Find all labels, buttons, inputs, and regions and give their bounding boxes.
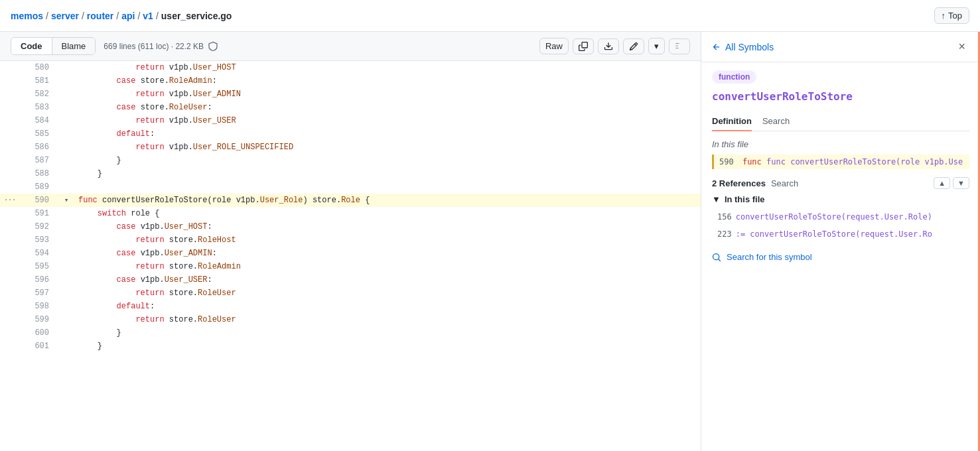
line-expander xyxy=(60,340,73,353)
line-expander xyxy=(60,101,73,114)
breadcrumb-router[interactable]: router xyxy=(87,11,113,21)
main-content: Code Blame 669 lines (611 loc) · 22.2 KB… xyxy=(0,32,980,451)
line-number: 587 xyxy=(20,154,60,167)
toolbar-right: Raw ▾ xyxy=(539,38,690,54)
next-ref-button[interactable]: ▼ xyxy=(953,177,969,189)
line-options xyxy=(0,233,20,247)
more-options-button[interactable]: ▾ xyxy=(648,38,665,54)
breadcrumb-api[interactable]: api xyxy=(121,11,135,21)
copy-button[interactable] xyxy=(573,38,594,54)
back-to-symbols-link[interactable]: All Symbols xyxy=(712,42,774,52)
header: memos / server / router / api / v1 / use… xyxy=(0,0,980,32)
breadcrumb-memos[interactable]: memos xyxy=(11,11,43,21)
line-options[interactable]: ··· xyxy=(0,194,20,207)
line-options xyxy=(0,207,20,220)
code-toolbar: Code Blame 669 lines (611 loc) · 22.2 KB… xyxy=(0,32,701,61)
sep5: / xyxy=(156,11,159,21)
line-expander xyxy=(60,141,73,154)
tab-blame[interactable]: Blame xyxy=(52,38,96,54)
line-options xyxy=(0,300,20,313)
line-number: 580 xyxy=(20,61,60,74)
breadcrumb-filename: user_service.go xyxy=(161,11,232,21)
line-expander xyxy=(60,114,73,127)
tab-search[interactable]: Search xyxy=(762,112,790,131)
edit-button[interactable] xyxy=(623,38,644,54)
close-button[interactable]: × xyxy=(954,38,969,55)
top-label: Top xyxy=(948,11,962,21)
line-expander xyxy=(60,180,73,194)
line-code: } xyxy=(73,326,701,340)
line-number: 593 xyxy=(20,233,60,247)
line-expander: ▾ xyxy=(60,194,73,207)
line-options xyxy=(0,340,20,353)
line-code: } xyxy=(73,340,701,353)
prev-ref-button[interactable]: ▲ xyxy=(934,177,950,189)
search-symbol-link[interactable]: Search for this symbol xyxy=(712,247,969,267)
line-number: 594 xyxy=(20,247,60,260)
references-search-label[interactable]: Search xyxy=(771,178,798,188)
line-code: case v1pb.User_ADMIN: xyxy=(73,247,701,260)
raw-button[interactable]: Raw xyxy=(539,38,569,54)
ref-item[interactable]: 156convertUserRoleToStore(request.User.R… xyxy=(712,210,969,224)
tab-definition[interactable]: Definition xyxy=(712,112,752,131)
line-number: 598 xyxy=(20,300,60,313)
line-expander xyxy=(60,233,73,247)
symbols-icon xyxy=(675,42,684,51)
line-options xyxy=(0,180,20,194)
line-code: switch role { xyxy=(73,207,701,220)
sep2: / xyxy=(82,11,84,21)
code-panel: Code Blame 669 lines (611 loc) · 22.2 KB… xyxy=(0,32,701,451)
panel-header: All Symbols × xyxy=(701,32,980,62)
symbol-type-badge: function xyxy=(712,70,756,84)
line-number: 597 xyxy=(20,287,60,300)
line-code: case v1pb.User_HOST: xyxy=(73,220,701,233)
line-number: 585 xyxy=(20,127,60,141)
breadcrumb: memos / server / router / api / v1 / use… xyxy=(11,11,232,21)
line-options xyxy=(0,127,20,141)
file-lines: 669 lines (611 loc) · 22.2 KB xyxy=(104,42,204,51)
definition-item[interactable]: 590 func func convertUserRoleToStore(rol… xyxy=(712,155,969,169)
search-symbol-label: Search for this symbol xyxy=(727,252,812,262)
line-code: return v1pb.User_USER xyxy=(73,114,701,127)
line-options xyxy=(0,101,20,114)
line-expander xyxy=(60,273,73,287)
arrow-up-icon: ↑ xyxy=(942,11,946,21)
ref-item[interactable]: 223:= convertUserRoleToStore(request.Use… xyxy=(712,227,969,241)
line-number: 596 xyxy=(20,273,60,287)
ref-section-toggle[interactable]: ▼ In this file xyxy=(712,194,969,204)
line-expander xyxy=(60,167,73,180)
line-number: 584 xyxy=(20,114,60,127)
line-options xyxy=(0,154,20,167)
line-number: 601 xyxy=(20,340,60,353)
line-code: } xyxy=(73,167,701,180)
pencil-icon xyxy=(629,42,638,51)
panel-body: function convertUserRoleToStore Definiti… xyxy=(701,62,980,451)
line-expander xyxy=(60,313,73,326)
line-code: func convertUserRoleToStore(role v1pb.Us… xyxy=(73,194,701,207)
top-button[interactable]: ↑ Top xyxy=(934,7,969,24)
copy-icon xyxy=(579,42,588,51)
breadcrumb-server[interactable]: server xyxy=(51,11,79,21)
line-number: 590 xyxy=(20,194,60,207)
line-code: return store.RoleUser xyxy=(73,313,701,326)
symbols-button[interactable] xyxy=(669,38,690,54)
line-expander xyxy=(60,300,73,313)
download-button[interactable] xyxy=(598,38,619,54)
line-expander xyxy=(60,74,73,88)
in-this-file-header: In this file xyxy=(712,139,969,149)
right-panel: All Symbols × function convertUserRoleTo… xyxy=(701,32,980,451)
line-expander xyxy=(60,260,73,273)
line-expander xyxy=(60,326,73,340)
symbol-name: convertUserRoleToStore xyxy=(712,90,969,103)
download-icon xyxy=(604,42,613,51)
line-options xyxy=(0,326,20,340)
line-options xyxy=(0,287,20,300)
sep3: / xyxy=(116,11,119,21)
line-expander xyxy=(60,287,73,300)
references-title: 2 References xyxy=(712,178,766,188)
line-expander xyxy=(60,127,73,141)
tab-code[interactable]: Code xyxy=(11,38,52,54)
breadcrumb-v1[interactable]: v1 xyxy=(143,11,153,21)
line-code: return v1pb.User_HOST xyxy=(73,61,701,74)
ref-section-label: In this file xyxy=(725,194,765,204)
